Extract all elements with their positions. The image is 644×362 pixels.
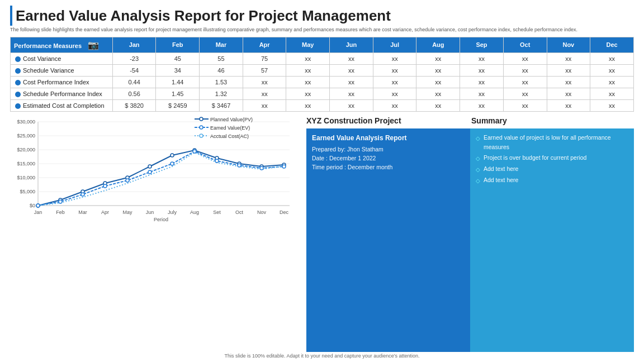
svg-text:Oct: Oct [235,209,244,215]
row-3-col-2: 1.32 [200,88,243,99]
row-3-col-10: xx [547,88,590,99]
row-4-col-2: $ 3467 [200,100,243,112]
summary-item-3: ◇ Add text here [476,164,628,174]
row-4-col-7: xx [416,100,460,112]
row-1-col-2: 46 [200,64,243,76]
svg-point-49 [238,164,241,167]
svg-point-43 [103,184,107,188]
row-1-col-10: xx [547,64,590,76]
row-3-col-6: xx [373,88,416,99]
svg-point-50 [260,166,263,170]
svg-point-41 [59,200,62,203]
row-4-col-10: xx [547,100,590,112]
svg-text:Jun: Jun [146,209,154,215]
th-dec: Dec [590,37,634,53]
bullet-icon-4: ◇ [476,177,480,185]
right-section: XYZ Construction Project Summary Earned … [306,116,634,352]
th-nov: Nov [547,37,590,53]
svg-text:Jan: Jan [34,209,42,215]
th-may: May [286,37,330,53]
svg-text:July: July [168,209,177,215]
svg-text:Feb: Feb [56,209,65,215]
summary-section-title: Summary [471,116,634,125]
row-3-col-9: xx [503,88,547,99]
svg-point-46 [171,162,174,165]
svg-point-59 [200,134,203,137]
row-4-col-6: xx [373,100,416,112]
svg-text:Apr: Apr [101,209,109,215]
summary-text-2: Project is over budget for current perio… [484,153,586,163]
xyz-date: Date : December 1 2022 [312,154,465,163]
th-jun: Jun [330,37,373,53]
svg-point-34 [171,154,174,157]
summary-text-1: Earned value of project is low for all p… [484,133,628,152]
svg-text:Planned Value(PV): Planned Value(PV) [210,117,253,122]
row-0-col-11: xx [590,53,634,64]
bullet-icon-1: ◇ [476,134,480,143]
row-label-0: Cost Variance [11,53,113,64]
row-1-col-8: xx [460,64,504,76]
row-3-col-3: xx [243,88,286,99]
svg-text:Aug: Aug [190,209,199,215]
row-1-col-9: xx [503,64,547,76]
svg-text:Mar: Mar [78,209,87,215]
row-2-col-2: 1.53 [200,76,243,88]
th-apr: Apr [243,37,286,53]
row-2-col-11: xx [590,76,634,88]
th-mar: Mar [200,37,243,53]
bullet-icon-2: ◇ [476,154,480,163]
th-aug: Aug [416,37,460,53]
row-0-col-2: 55 [200,53,243,64]
row-label-3: Schedule Performance Index [11,88,113,99]
row-3-col-5: xx [330,88,373,99]
row-0-col-7: xx [416,53,460,64]
svg-text:$10,000: $10,000 [17,175,35,180]
row-0-col-6: xx [373,53,416,64]
row-1-col-7: xx [416,64,460,76]
summary-text-4: Add text here [484,175,518,185]
svg-text:Dec: Dec [280,209,289,215]
bottom-section: $30,000 $25,000 $20,000 $15,000 $10,000 … [10,116,634,352]
ev-line [38,151,284,206]
row-4-col-0: $ 3820 [112,100,156,112]
svg-point-42 [81,193,84,196]
svg-point-56 [200,126,203,129]
right-labels: XYZ Construction Project Summary [306,116,634,125]
xyz-box: Earned Value Analysis Report Prepared by… [306,128,470,352]
xyz-time-period: Time period : December month [312,163,465,172]
svg-point-33 [148,165,151,168]
row-2-col-1: 1.44 [156,76,200,88]
row-0-col-9: xx [503,53,547,64]
svg-point-47 [193,150,196,153]
row-4-col-9: xx [503,100,547,112]
row-2-col-10: xx [547,76,590,88]
row-0-col-10: xx [547,53,590,64]
row-3-col-11: xx [590,88,634,99]
svg-text:$5,000: $5,000 [20,189,35,194]
svg-point-51 [282,165,286,168]
row-4-col-11: xx [590,100,634,112]
summary-item-4: ◇ Add text here [476,175,628,185]
xyz-section-title: XYZ Construction Project [306,116,469,125]
row-2-col-8: xx [460,76,504,88]
row-0-col-4: xx [286,53,330,64]
row-4-col-8: xx [460,100,504,112]
row-2-col-3: xx [243,76,286,88]
th-sep: Sep [460,37,504,53]
svg-text:Acctual Cost(AC): Acctual Cost(AC) [210,134,249,139]
svg-text:$30,000: $30,000 [17,119,35,125]
row-1-col-3: 57 [243,64,286,76]
row-4-col-5: xx [330,100,373,112]
row-4-col-4: xx [286,100,330,112]
row-1-col-11: xx [590,64,634,76]
svg-text:Nov: Nov [257,209,267,215]
row-1-col-0: -54 [112,64,156,76]
th-performance-measures: Performance Measures 📷 [11,37,113,53]
row-2-col-6: xx [373,76,416,88]
line-chart: $30,000 $25,000 $20,000 $15,000 $10,000 … [10,116,295,227]
summary-item-2: ◇ Project is over budget for current per… [476,153,628,163]
chart-area: $30,000 $25,000 $20,000 $15,000 $10,000 … [10,116,301,352]
row-3-col-4: xx [286,88,330,99]
subtitle: The following slide highlights the earne… [10,27,634,34]
svg-point-53 [200,117,203,121]
